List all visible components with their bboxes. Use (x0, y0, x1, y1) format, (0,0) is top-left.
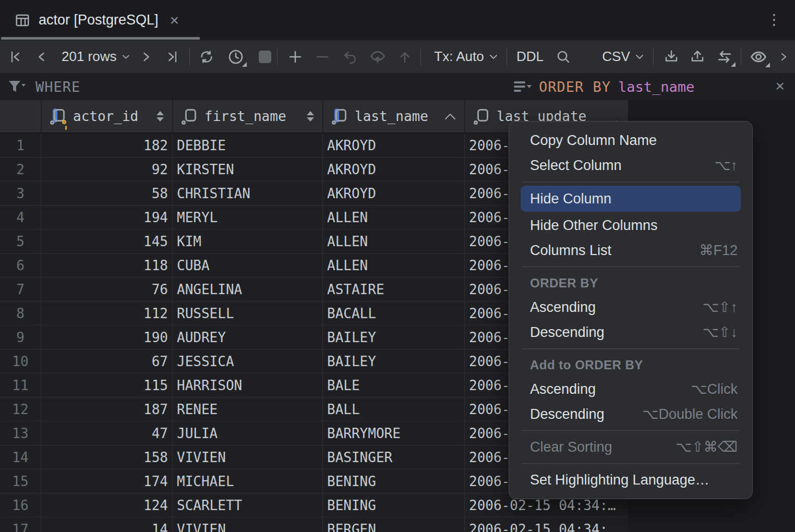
column-header-last_name[interactable]: last_name (322, 100, 464, 132)
cell-actor_id[interactable]: 47 (41, 421, 172, 445)
cell-actor_id[interactable]: 158 (41, 445, 172, 469)
next-page-button[interactable] (137, 40, 155, 73)
cell-first_name[interactable]: DEBBIE (172, 134, 322, 157)
menu-item-columns-list[interactable]: Columns List⌘F12 (509, 238, 752, 263)
schedule-refresh-button[interactable] (224, 40, 247, 73)
menu-item-hide-other-columns[interactable]: Hide Other Columns (509, 213, 752, 238)
column-header-first_name[interactable]: first_name (172, 100, 322, 132)
delete-row-button[interactable] (312, 40, 333, 73)
row-number[interactable]: 4 (0, 205, 41, 229)
row-number[interactable]: 5 (0, 229, 41, 253)
row-number[interactable]: 17 (0, 517, 41, 532)
row-number[interactable]: 2 (0, 158, 41, 181)
menu-item-descending[interactable]: Descending⌥Double Click (509, 402, 752, 427)
row-number[interactable]: 8 (0, 301, 41, 325)
cell-last_name[interactable]: BENING (322, 493, 464, 517)
row-number[interactable]: 6 (0, 253, 41, 277)
row-number[interactable]: 10 (0, 349, 41, 373)
view-options-icon[interactable] (746, 40, 771, 73)
menu-item-set-highlighting-language-[interactable]: Set Highlighting Language… (509, 467, 752, 492)
row-number[interactable]: 15 (0, 469, 41, 493)
cell-last_name[interactable]: BENING (322, 469, 464, 493)
compare-icon[interactable] (713, 40, 737, 73)
cell-actor_id[interactable]: 58 (41, 182, 172, 205)
cell-first_name[interactable]: KIRSTEN (172, 158, 322, 181)
last-page-button[interactable] (163, 40, 182, 73)
cell-actor_id[interactable]: 187 (41, 397, 172, 421)
row-number[interactable]: 3 (0, 182, 41, 205)
cell-first_name[interactable]: KIM (172, 229, 322, 253)
cell-actor_id[interactable]: 112 (41, 301, 172, 325)
row-number[interactable]: 14 (0, 445, 41, 469)
cell-first_name[interactable]: CUBA (172, 253, 322, 277)
refresh-button[interactable] (196, 40, 217, 73)
menu-item-hide-column[interactable]: Hide Column (521, 186, 741, 212)
cell-last_name[interactable]: BALL (322, 397, 464, 421)
row-number[interactable]: 9 (0, 325, 41, 349)
search-icon[interactable] (552, 40, 575, 73)
row-number[interactable]: 12 (0, 397, 41, 421)
cell-first_name[interactable]: MICHAEL (172, 469, 322, 493)
cell-actor_id[interactable]: 182 (41, 134, 172, 157)
menu-item-ascending[interactable]: Ascending⌥Click (509, 377, 752, 402)
where-clause-input[interactable]: WHERE (35, 79, 80, 95)
filter-funnel-icon[interactable] (7, 79, 27, 94)
column-header-actor_id[interactable]: actor_id (41, 100, 172, 132)
order-by-column-value[interactable]: last_name (618, 79, 694, 95)
ddl-button[interactable]: DDL (515, 40, 545, 73)
row-number[interactable]: 11 (0, 373, 41, 397)
cell-last_name[interactable]: AKROYD (322, 182, 464, 205)
order-by-keyword[interactable]: ORDER BY (539, 79, 611, 95)
cell-first_name[interactable]: SCARLETT (172, 493, 322, 517)
cell-last_name[interactable]: BACALL (322, 301, 464, 325)
more-toolbar-chevron-icon[interactable] (775, 40, 792, 73)
row-number[interactable]: 16 (0, 493, 41, 517)
cell-first_name[interactable]: AUDREY (172, 325, 322, 349)
row-number[interactable]: 7 (0, 277, 41, 301)
sort-widget-icon[interactable] (612, 112, 620, 121)
transaction-mode-dropdown[interactable]: Tx: Auto (432, 40, 500, 73)
add-row-button[interactable] (285, 40, 306, 73)
preview-changes-button[interactable] (366, 40, 389, 73)
cell-first_name[interactable]: CHRISTIAN (172, 182, 322, 205)
cell-first_name[interactable]: MERYL (172, 205, 322, 229)
cell-last_name[interactable]: AKROYD (322, 158, 464, 181)
submit-button[interactable] (394, 40, 415, 73)
sort-widget-icon[interactable] (307, 111, 314, 122)
revert-changes-button[interactable] (339, 40, 361, 73)
stop-button[interactable] (255, 40, 275, 73)
previous-page-button[interactable] (32, 40, 51, 73)
cell-last_name[interactable]: BAILEY (322, 349, 464, 373)
cell-last_name[interactable]: BARRYMORE (322, 421, 464, 445)
cell-actor_id[interactable]: 14 (41, 517, 172, 532)
cell-last_name[interactable]: ALLEN (322, 253, 464, 277)
cell-first_name[interactable]: JESSICA (172, 349, 322, 373)
menu-item-descending[interactable]: Descending⌥⇧↓ (509, 320, 752, 345)
export-icon[interactable] (686, 40, 708, 73)
cell-actor_id[interactable]: 115 (41, 373, 172, 397)
sort-widget-icon[interactable] (444, 113, 456, 120)
cell-actor_id[interactable]: 194 (41, 205, 172, 229)
cell-actor_id[interactable]: 145 (41, 229, 172, 253)
cell-last_name[interactable]: BALE (322, 373, 464, 397)
cell-actor_id[interactable]: 124 (41, 493, 172, 517)
tab-actor-postgresql[interactable]: actor [PostgreSQL] × (0, 0, 198, 40)
menu-item-select-column[interactable]: Select Column⌥↑ (509, 153, 752, 178)
cell-first_name[interactable]: RUSSELL (172, 301, 322, 325)
sort-widget-icon[interactable] (156, 111, 164, 122)
cell-last_update[interactable]: 2006-02-15 04:34: (464, 517, 628, 532)
tab-close-icon[interactable]: × (170, 13, 179, 28)
cell-actor_id[interactable]: 174 (41, 469, 172, 493)
cell-first_name[interactable]: ANGELINA (172, 277, 322, 301)
cell-first_name[interactable]: JULIA (172, 421, 322, 445)
cell-first_name[interactable]: VIVIEN (172, 517, 322, 532)
kebab-menu-icon[interactable]: ⋮ (767, 13, 781, 27)
gutter-header[interactable] (0, 100, 41, 132)
cell-first_name[interactable]: VIVIEN (172, 445, 322, 469)
cell-last_name[interactable]: ALLEN (322, 205, 464, 229)
cell-actor_id[interactable]: 190 (41, 325, 172, 349)
cell-last_name[interactable]: ASTAIRE (322, 277, 464, 301)
cell-last_name[interactable]: BAILEY (322, 325, 464, 349)
cell-first_name[interactable]: RENEE (172, 397, 322, 421)
cell-last_name[interactable]: BERGEN (322, 517, 464, 532)
